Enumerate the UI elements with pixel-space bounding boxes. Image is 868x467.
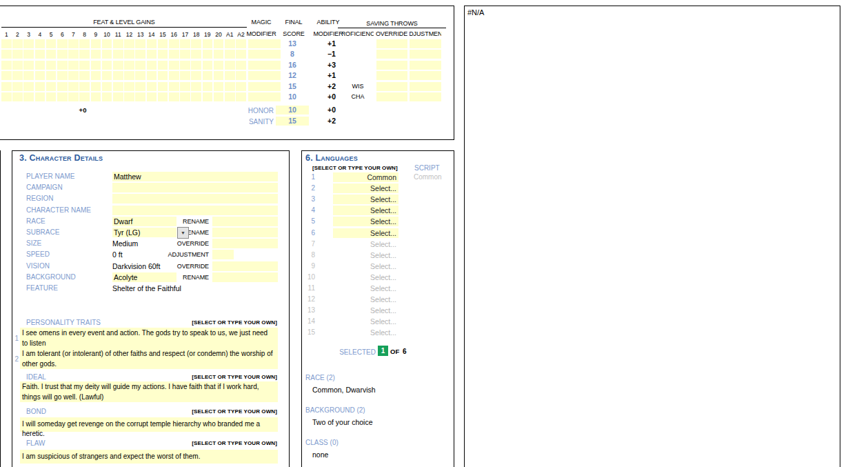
language-select[interactable]: Select... bbox=[333, 228, 398, 238]
feat-cell[interactable] bbox=[124, 92, 134, 101]
feat-cell[interactable] bbox=[236, 71, 246, 80]
feat-cell[interactable] bbox=[35, 39, 46, 48]
field-input[interactable] bbox=[212, 272, 278, 282]
field-input[interactable] bbox=[212, 217, 278, 226]
feat-cell[interactable] bbox=[124, 39, 134, 48]
feat-cell[interactable] bbox=[147, 71, 157, 80]
feat-cell[interactable] bbox=[102, 61, 112, 70]
feat-cell[interactable] bbox=[180, 92, 190, 101]
trait-1-text[interactable]: I see omens in every event and action. T… bbox=[20, 328, 278, 348]
feat-cell[interactable] bbox=[124, 82, 134, 91]
feat-cell[interactable] bbox=[79, 71, 90, 80]
feat-cell[interactable] bbox=[135, 71, 145, 80]
feat-cell[interactable] bbox=[102, 71, 112, 80]
feat-cell[interactable] bbox=[23, 71, 34, 80]
feat-cell[interactable] bbox=[191, 39, 201, 48]
feat-cell[interactable] bbox=[1, 92, 12, 101]
feat-cell[interactable] bbox=[135, 82, 145, 91]
feat-cell[interactable] bbox=[46, 71, 57, 80]
feat-cell[interactable] bbox=[35, 71, 46, 80]
feat-cell[interactable] bbox=[225, 61, 235, 70]
feat-cell[interactable] bbox=[236, 50, 246, 59]
feat-cell[interactable] bbox=[12, 92, 23, 101]
feat-cell[interactable] bbox=[113, 50, 123, 59]
saving-adjustment-cell[interactable] bbox=[410, 92, 441, 101]
feat-cell[interactable] bbox=[68, 39, 79, 48]
feat-cell[interactable] bbox=[169, 39, 179, 48]
field-input[interactable] bbox=[112, 194, 278, 203]
field-input[interactable] bbox=[112, 183, 278, 192]
feat-cell[interactable] bbox=[68, 50, 79, 59]
feat-cell[interactable] bbox=[180, 50, 190, 59]
feat-cell[interactable] bbox=[158, 82, 168, 91]
language-select[interactable]: Select... bbox=[333, 306, 398, 315]
feat-cell[interactable] bbox=[158, 50, 168, 59]
feat-cell[interactable] bbox=[79, 61, 90, 70]
feat-cell[interactable] bbox=[68, 61, 79, 70]
feat-cell[interactable] bbox=[214, 50, 224, 59]
feat-cell[interactable] bbox=[191, 82, 201, 91]
feat-cell[interactable] bbox=[113, 39, 123, 48]
feat-cell[interactable] bbox=[225, 39, 235, 48]
feat-cell[interactable] bbox=[169, 92, 179, 101]
saving-adjustment-cell[interactable] bbox=[410, 71, 441, 80]
feat-cell[interactable] bbox=[147, 82, 157, 91]
feat-cell[interactable] bbox=[23, 92, 34, 101]
language-select[interactable]: Select... bbox=[333, 217, 398, 226]
feat-cell[interactable] bbox=[68, 71, 79, 80]
saving-override-cell[interactable] bbox=[376, 50, 407, 59]
feat-cell[interactable] bbox=[180, 82, 190, 91]
saving-override-cell[interactable] bbox=[376, 61, 407, 70]
feat-cell[interactable] bbox=[79, 50, 90, 59]
feat-cell[interactable] bbox=[124, 50, 134, 59]
feat-cell[interactable] bbox=[191, 92, 201, 101]
feat-cell[interactable] bbox=[46, 39, 57, 48]
feat-cell[interactable] bbox=[57, 71, 68, 80]
feat-cell[interactable] bbox=[135, 50, 145, 59]
field-input[interactable] bbox=[212, 228, 278, 237]
feat-cell[interactable] bbox=[169, 50, 179, 59]
feat-cell[interactable] bbox=[12, 61, 23, 70]
feat-cell[interactable] bbox=[203, 71, 213, 80]
feat-cell[interactable] bbox=[214, 92, 224, 101]
language-select[interactable]: Select... bbox=[333, 272, 398, 282]
ideal-text[interactable]: Faith. I trust that my deity will guide … bbox=[20, 381, 278, 402]
feat-cell[interactable] bbox=[91, 71, 101, 80]
saving-adjustment-cell[interactable] bbox=[410, 82, 441, 91]
honor-score-cell[interactable]: 10 bbox=[276, 106, 309, 115]
feat-cell[interactable] bbox=[147, 92, 157, 101]
feat-cell[interactable] bbox=[113, 82, 123, 91]
feat-cell[interactable] bbox=[113, 92, 123, 101]
field-input[interactable] bbox=[112, 206, 278, 215]
saving-adjustment-cell[interactable] bbox=[410, 61, 441, 70]
language-select[interactable]: Select... bbox=[333, 183, 398, 193]
saving-override-cell[interactable] bbox=[376, 71, 407, 80]
saving-adjustment-cell[interactable] bbox=[410, 50, 441, 59]
feat-cell[interactable] bbox=[1, 71, 12, 80]
feat-cell[interactable] bbox=[35, 92, 46, 101]
language-select[interactable]: Select... bbox=[333, 295, 398, 304]
feat-cell[interactable] bbox=[46, 61, 57, 70]
field-input[interactable] bbox=[212, 261, 278, 271]
feat-cell[interactable] bbox=[225, 71, 235, 80]
feat-cell[interactable] bbox=[91, 61, 101, 70]
feat-cell[interactable] bbox=[12, 50, 23, 59]
feat-cell[interactable] bbox=[91, 92, 101, 101]
feat-cell[interactable] bbox=[147, 50, 157, 59]
saving-override-cell[interactable] bbox=[376, 82, 407, 91]
feat-cell[interactable] bbox=[225, 82, 235, 91]
feat-cell[interactable] bbox=[180, 39, 190, 48]
feat-cell[interactable] bbox=[124, 61, 134, 70]
feat-cell[interactable] bbox=[214, 71, 224, 80]
sanity-score-cell[interactable]: 15 bbox=[276, 117, 309, 126]
feat-cell[interactable] bbox=[23, 61, 34, 70]
feat-cell[interactable] bbox=[203, 39, 213, 48]
feat-cell[interactable] bbox=[91, 39, 101, 48]
feat-cell[interactable] bbox=[102, 92, 112, 101]
feat-cell[interactable] bbox=[169, 82, 179, 91]
feat-cell[interactable] bbox=[46, 50, 57, 59]
feat-cell[interactable] bbox=[1, 50, 12, 59]
feat-cell[interactable] bbox=[124, 71, 134, 80]
feat-cell[interactable] bbox=[225, 50, 235, 59]
feat-cell[interactable] bbox=[147, 61, 157, 70]
